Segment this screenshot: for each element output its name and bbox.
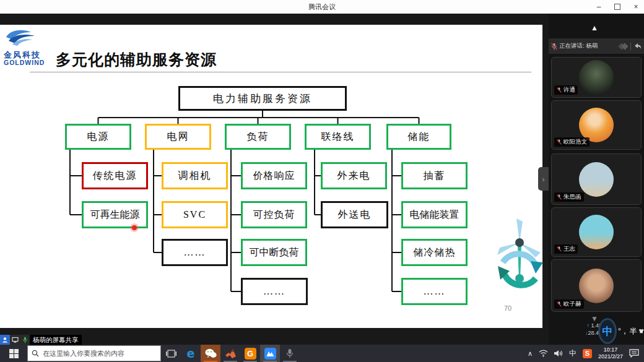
mic-muted-icon — [557, 87, 562, 93]
mic-muted-icon — [551, 43, 557, 50]
participant-name-pill: 朱思函 — [554, 192, 584, 202]
node-svc: SVC — [162, 201, 228, 228]
screen-share-banner: 杨萌的屏幕共享 — [0, 335, 82, 345]
microphone-icon — [286, 348, 294, 358]
node-controllable-load: 可控负荷 — [241, 201, 307, 228]
mic-muted-icon — [557, 301, 562, 307]
node-grid-more: …… — [162, 239, 228, 266]
participant-name-pill: 王志 — [554, 244, 578, 254]
node-grid: 电网 — [145, 124, 211, 150]
ime-mode-label: 中 — [602, 324, 612, 338]
wifi-icon[interactable] — [539, 350, 548, 357]
wind-turbine-watermark-icon — [492, 217, 547, 309]
node-load-more: …… — [241, 278, 308, 305]
search-placeholder: 在这里输入你要搜索的内容 — [43, 349, 124, 358]
node-load: 负荷 — [225, 124, 291, 150]
edge-button[interactable]: e — [181, 345, 201, 362]
participants-sidebar: ▲ 正在讲话: 杨萌 许通 — [549, 14, 644, 345]
slide-page-number: 70 — [504, 304, 511, 312]
laser-pointer-dot — [132, 225, 137, 230]
node-electric-storage: 电储能装置 — [401, 201, 468, 228]
window-title: 腾讯会议 — [308, 2, 336, 12]
speaking-header: 正在讲话: 杨萌 — [549, 38, 644, 54]
share-banner-label: 杨萌的屏幕共享 — [30, 335, 82, 345]
participant-name: 朱思函 — [564, 193, 581, 201]
node-traditional-power: 传统电源 — [82, 162, 148, 189]
node-renewable-energy: 可再生能源 — [82, 201, 148, 228]
presentation-slide: 金风科技 GOLDWIND 多元化的辅助服务资源 电力辅助服务资源 — [0, 25, 542, 328]
matlab-button[interactable] — [220, 345, 240, 362]
start-button[interactable] — [0, 345, 27, 362]
back-arrow-icon[interactable] — [634, 43, 642, 50]
node-condenser: 调相机 — [162, 162, 228, 189]
node-incoming-power: 外来电 — [321, 162, 387, 189]
node-thermal-storage: 储冷储热 — [401, 239, 468, 266]
avatar — [579, 269, 614, 303]
collapse-up-icon[interactable]: ▲ — [591, 24, 598, 32]
taskbar-clock[interactable]: 10:17 2021/2/27 — [598, 347, 623, 360]
speaking-label: 正在讲话: 杨萌 — [559, 42, 598, 50]
tencent-meeting-button[interactable] — [260, 345, 280, 362]
avatar — [579, 60, 614, 95]
clock-date: 2021/2/27 — [598, 353, 623, 360]
windows-logo-icon — [9, 349, 19, 358]
tencent-meeting-icon — [264, 348, 276, 360]
node-pumped-storage: 抽蓄 — [401, 162, 468, 189]
restore-icon — [614, 4, 620, 10]
tencent-meeting-window: 腾讯会议 – × 金风科技 GOLDWIND 多元化的辅助服务资源 — [0, 0, 644, 362]
gdoc-button[interactable]: G — [240, 345, 260, 362]
node-storage: 储能 — [386, 124, 451, 150]
window-titlebar: 腾讯会议 – × — [0, 0, 644, 14]
sogou-input-icon[interactable]: S — [583, 349, 592, 358]
task-view-button[interactable] — [161, 345, 181, 362]
ime-punct-toggle[interactable]: °， — [618, 326, 629, 337]
node-power-source: 电源 — [65, 124, 131, 150]
ime-skin-shirt-icon[interactable] — [638, 327, 644, 335]
node-storage-more: …… — [401, 278, 468, 305]
participant-tile[interactable]: 许通 — [551, 57, 642, 98]
clock-time: 10:17 — [598, 347, 623, 353]
mic-active-icon[interactable] — [20, 335, 30, 345]
node-price-response: 价格响应 — [241, 162, 307, 189]
minimize-button[interactable]: – — [594, 2, 603, 11]
participant-name: 许通 — [564, 86, 575, 94]
task-view-icon — [166, 349, 176, 358]
search-icon — [32, 350, 39, 357]
close-button[interactable]: × — [632, 2, 640, 11]
ime-halfwidth-toggle[interactable]: 半 — [630, 326, 637, 337]
mic-muted-icon — [557, 139, 562, 145]
sidebar-collapse-handle[interactable]: › — [538, 167, 549, 191]
meeting-logo-faded-icon — [621, 44, 627, 49]
windows-taskbar: 在这里输入你要搜索的内容 e — [0, 345, 644, 362]
upload-arrow-icon: ↑ — [586, 322, 590, 329]
auxiliary-services-diagram: 电力辅助服务资源 电源 电网 负荷 联络线 储能 传统电源 可再生能源 调相机 … — [0, 25, 542, 328]
wechat-button[interactable] — [201, 345, 220, 362]
action-center-icon[interactable] — [629, 349, 639, 358]
mic-muted-icon — [557, 246, 562, 252]
ime-indicator[interactable]: 中 — [569, 348, 577, 359]
participant-tile[interactable]: 朱思函 — [551, 153, 642, 205]
avatar — [579, 162, 614, 197]
screen-icon[interactable] — [10, 335, 20, 345]
matlab-icon — [225, 348, 237, 359]
taskbar-search-input[interactable]: 在这里输入你要搜索的内容 — [27, 345, 161, 361]
restore-button[interactable] — [613, 2, 622, 11]
sharer-avatar-icon[interactable] — [0, 335, 10, 345]
tray-expand-chevron-icon[interactable]: ∧ — [528, 350, 533, 358]
participant-name-pill: 许通 — [554, 85, 578, 95]
node-tie-line: 联络线 — [305, 124, 371, 150]
participant-name-pill: 欧阳浩文 — [554, 137, 590, 147]
participant-name: 欧阳浩文 — [564, 138, 587, 146]
chevron-right-icon: › — [542, 175, 544, 184]
participant-name: 王志 — [564, 245, 575, 253]
participant-tile[interactable]: 欧阳浩文 — [551, 100, 642, 150]
screen-share-region: 金风科技 GOLDWIND 多元化的辅助服务资源 电力辅助服务资源 — [0, 14, 549, 345]
system-tray: ∧ 中 S 10:17 2021/2/27 — [528, 345, 644, 362]
wechat-icon — [205, 348, 217, 359]
volume-icon[interactable] — [554, 350, 563, 357]
ime-mode-button[interactable]: 中 — [598, 318, 617, 344]
participant-tile[interactable]: 欧子赫 — [551, 259, 642, 312]
ime-toolbar[interactable]: 中 °， 半 — [598, 317, 644, 345]
participant-tile[interactable]: 王志 — [551, 207, 642, 257]
recorder-button[interactable] — [280, 345, 300, 362]
